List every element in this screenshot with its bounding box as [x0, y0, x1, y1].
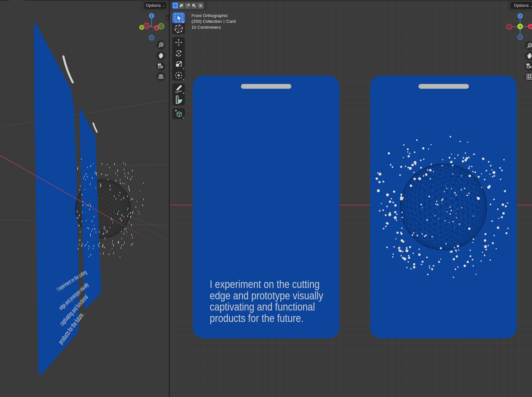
svg-text:Y: Y	[141, 26, 143, 29]
svg-text:X: X	[156, 26, 158, 30]
svg-text:Z: Z	[519, 14, 521, 18]
svg-text:-Y: -Y	[519, 25, 521, 28]
svg-text:X: X	[530, 25, 532, 28]
svg-text:Z: Z	[151, 14, 152, 18]
